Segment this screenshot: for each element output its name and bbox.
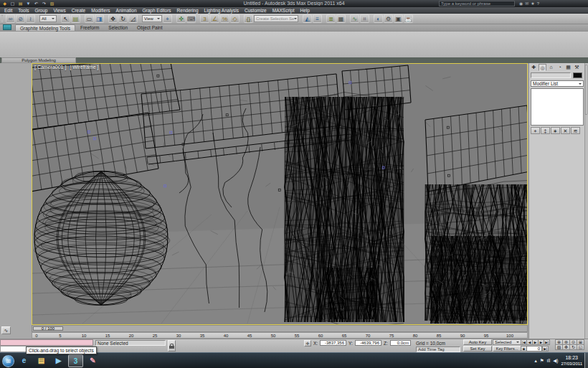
make-unique-button[interactable]: ∗ — [551, 127, 560, 134]
auto-key-button[interactable]: Auto Key — [463, 339, 492, 345]
menu-modifiers[interactable]: Modifiers — [88, 7, 113, 14]
menu-edit[interactable]: Edit — [1, 7, 15, 14]
taskbar-internet-explorer[interactable]: e — [16, 354, 32, 367]
polygon-modeling-panel-label[interactable]: Polygon Modeling — [1, 57, 76, 63]
toolbar-select-and-rotate-icon[interactable]: ↻ — [118, 14, 128, 23]
infocenter-favorites-icon[interactable]: ★ — [531, 1, 534, 6]
toolbar-select-and-manipulate-icon[interactable]: ✜ — [176, 14, 186, 23]
z-coordinate-field[interactable]: 0,0cm — [390, 340, 411, 346]
menu-tools[interactable]: Tools — [15, 7, 32, 14]
menu-rendering[interactable]: Rendering — [174, 7, 201, 14]
toolbar-rendered-frame-window-icon[interactable]: ▣ — [394, 14, 403, 23]
menu-graph-editors[interactable]: Graph Editors — [140, 7, 174, 14]
command-panel-tab-modify[interactable]: ◎ — [539, 64, 546, 71]
toolbar-select-object-icon[interactable]: ↖ — [61, 14, 70, 23]
toolbar-select-and-scale-icon[interactable]: ◿ — [128, 14, 138, 23]
add-time-tag[interactable]: Add Time Tag — [416, 346, 460, 352]
save-file-icon[interactable]: ▼ — [25, 1, 32, 6]
maxscript-mini-listener-macro-line[interactable] — [0, 339, 93, 346]
toolbar-render-setup-icon[interactable]: ⚙ — [384, 14, 393, 23]
maximize-viewport-toggle-button[interactable]: ◱ — [577, 344, 584, 350]
viewport-camera-label[interactable]: [ Camera001 ] — [34, 65, 66, 70]
command-panel-tab-create[interactable]: ✚ — [530, 64, 538, 71]
toolbar-named-selection-sets[interactable]: Create Selection Se — [254, 15, 298, 22]
toolbar-keyboard-shortcut-override-icon[interactable]: ⌨ — [186, 14, 196, 23]
infocenter-communication-center-icon[interactable]: ✉ — [525, 1, 528, 6]
toolbar-reference-coordinate-system[interactable]: View — [142, 15, 162, 22]
toolbar-selection-region-icon[interactable]: ▭ — [85, 14, 94, 23]
time-slider[interactable]: 0 / 100 — [32, 325, 528, 332]
taskbar-paint[interactable]: ✎ — [85, 354, 100, 367]
toolbar-curve-editor-icon[interactable]: ∿ — [350, 14, 359, 23]
project-folder-icon[interactable]: ▧ — [49, 1, 55, 6]
menu-lighting-analysis[interactable]: Lighting Analysis — [201, 7, 242, 14]
go-to-end-button[interactable]: ▶| — [542, 346, 549, 352]
infocenter-search-button-icon[interactable]: ◉ — [519, 1, 523, 6]
toolbar-snaps-toggle-icon[interactable]: 3 — [200, 14, 209, 23]
toolbar-use-pivot-point-center-icon[interactable]: ⌖ — [163, 14, 172, 23]
command-panel-tab-hierarchy[interactable]: ⌂ — [547, 64, 555, 71]
key-selection-dropdown[interactable]: Selected — [493, 339, 521, 345]
command-panel-scrollbar-thumb[interactable] — [585, 65, 587, 115]
menu-help[interactable]: Help — [297, 7, 312, 14]
taskbar-3ds-max[interactable]: 3 — [68, 354, 83, 367]
toolbar-select-by-name-icon[interactable]: ▤ — [71, 14, 80, 23]
toolbar-layer-manager-icon[interactable]: ≣ — [326, 14, 336, 23]
set-key-button[interactable]: Set Key — [463, 346, 492, 352]
ribbon-tab-selection[interactable]: Selection — [104, 24, 132, 31]
menu-group[interactable]: Group — [32, 7, 50, 14]
toolbar-material-editor-icon[interactable]: ◐ — [374, 14, 383, 23]
toolbar-unlink-selection-icon[interactable]: ⊘ — [16, 14, 25, 23]
object-color-swatch[interactable] — [573, 72, 582, 78]
tray-show-hidden-icons-icon[interactable]: ▴ — [534, 358, 536, 364]
infocenter-search-input[interactable] — [439, 1, 515, 6]
viewport-shading-label[interactable]: [ Wireframe ] — [70, 65, 98, 70]
ribbon-tab-graphite-modeling-tools[interactable]: Graphite Modeling Tools — [15, 24, 75, 31]
taskbar-clock[interactable]: 18:23 27/03/2011 — [561, 355, 582, 367]
pin-stack-button[interactable]: ⌖ — [531, 127, 540, 134]
menu-create[interactable]: Create — [69, 7, 89, 14]
time-slider-handle[interactable]: 0 / 100 — [33, 326, 63, 331]
open-mini-curve-editor-button[interactable]: ∿ — [1, 326, 11, 334]
y-coordinate-field[interactable]: -4639,796 — [355, 340, 381, 346]
taskbar-windows-explorer[interactable]: ▤ — [34, 354, 49, 367]
configure-modifier-sets-button[interactable]: ≋ — [571, 127, 580, 134]
object-name-field[interactable] — [531, 72, 571, 78]
toolbar-schematic-view-icon[interactable]: ⌗ — [360, 14, 369, 23]
x-coordinate-field[interactable]: -3837,356 — [320, 340, 346, 346]
command-panel-tab-motion[interactable]: ◔ — [556, 64, 564, 71]
selection-lock-toggle[interactable] — [168, 340, 176, 352]
toolbar-mirror-icon[interactable]: ◭ — [303, 14, 312, 23]
menu-customize[interactable]: Customize — [242, 7, 270, 14]
command-panel-tab-utilities[interactable]: ⚒ — [573, 64, 581, 71]
menu-animation[interactable]: Animation — [113, 7, 140, 14]
ribbon-tab-object-paint[interactable]: Object Paint — [133, 24, 166, 31]
menu-views[interactable]: Views — [50, 7, 68, 14]
tray-action-center-flag-icon[interactable]: ⚑ — [540, 358, 544, 364]
undo-icon[interactable]: ↶ — [33, 1, 39, 6]
key-filters-button[interactable]: Key Filters... — [493, 346, 521, 352]
viewport[interactable]: [ Camera001 ] [ Wireframe ] — [32, 63, 528, 325]
start-button[interactable]: ⊞ — [2, 355, 14, 367]
menu-maxscript[interactable]: MAXScript — [270, 7, 298, 14]
show-end-result-button[interactable]: ‡ — [541, 127, 550, 134]
toolbar-align-icon[interactable]: ≡ — [313, 14, 322, 23]
remove-modifier-button[interactable]: ✕ — [561, 127, 570, 134]
current-frame-field[interactable]: 0 — [526, 346, 542, 352]
toolbar-render-production-icon[interactable]: ☕ — [404, 14, 413, 23]
toolbar-dock-handle-icon[interactable] — [1, 15, 3, 23]
modifier-list-dropdown[interactable]: Modifier List — [531, 80, 584, 87]
command-panel-tab-display[interactable]: ▦ — [564, 64, 572, 71]
infocenter-help-icon[interactable]: ? — [537, 1, 539, 6]
taskbar-media-player[interactable]: ▶ — [51, 354, 66, 367]
toolbar-angle-snap-toggle-icon[interactable]: ∠ — [210, 14, 219, 23]
toolbar-window-crossing-icon[interactable]: ◨ — [95, 14, 104, 23]
toolbar-edit-named-selection-sets-icon[interactable]: {} — [244, 14, 253, 23]
go-to-end-button[interactable]: ▶| — [544, 339, 550, 345]
toolbar-percent-snap-toggle-icon[interactable]: % — [220, 14, 229, 23]
redo-icon[interactable]: ↷ — [41, 1, 47, 6]
app-menu-icon[interactable]: ◆ — [1, 1, 8, 6]
toolbar-select-and-move-icon[interactable]: ✥ — [108, 14, 118, 23]
ribbon-tab-freeform[interactable]: Freeform — [76, 24, 103, 31]
tray-volume-icon[interactable]: ◀) — [553, 358, 558, 364]
